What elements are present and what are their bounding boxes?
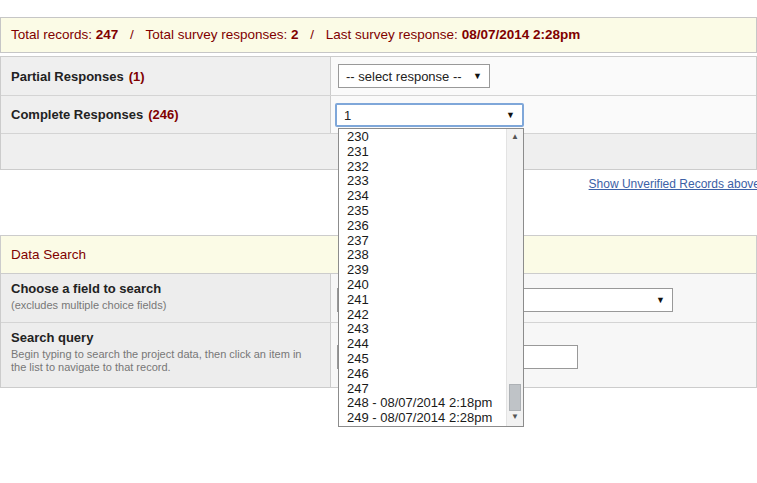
- total-records-value: 247: [96, 27, 119, 42]
- complete-responses-label: Complete Responses: [11, 107, 143, 122]
- dropdown-list-item[interactable]: 249 - 08/07/2014 2:28pm: [339, 411, 506, 426]
- total-records-label: Total records:: [11, 27, 92, 42]
- partial-select-value: -- select response --: [346, 69, 462, 84]
- partial-responses-label-cell: Partial Responses (1): [1, 57, 331, 95]
- partial-responses-label: Partial Responses: [11, 69, 124, 84]
- dropdown-list-item[interactable]: 248 - 08/07/2014 2:18pm: [339, 396, 506, 411]
- dropdown-list-item[interactable]: 233: [339, 174, 506, 189]
- dropdown-list-item[interactable]: 230: [339, 130, 506, 145]
- complete-responses-count: (246): [148, 107, 178, 122]
- complete-select-value: 1: [344, 108, 351, 123]
- dropdown-list-item[interactable]: 235: [339, 204, 506, 219]
- last-response-value: 08/07/2014 2:28pm: [462, 27, 581, 42]
- dropdown-list-item[interactable]: 241: [339, 293, 506, 308]
- separator: /: [130, 27, 134, 42]
- complete-response-dropdown-popup: 2302312322332342352362372382392402412422…: [338, 128, 524, 427]
- search-query-label-cell: Search query Begin typing to search the …: [1, 323, 331, 387]
- scroll-down-icon[interactable]: ▼: [507, 409, 523, 425]
- choose-field-label: Choose a field to search: [11, 281, 318, 296]
- chevron-down-icon: ▼: [506, 110, 515, 120]
- choose-field-label-cell: Choose a field to search (excludes multi…: [1, 274, 331, 322]
- partial-response-select[interactable]: -- select response -- ▼: [338, 64, 490, 88]
- dropdown-list-item[interactable]: 232: [339, 160, 506, 175]
- dropdown-list-item[interactable]: 239: [339, 263, 506, 278]
- search-query-label: Search query: [11, 330, 318, 345]
- total-responses-label: Total survey responses:: [145, 27, 287, 42]
- scrollbar-thumb[interactable]: [509, 384, 521, 411]
- scroll-up-icon[interactable]: ▲: [507, 129, 523, 145]
- total-responses-value: 2: [291, 27, 299, 42]
- dropdown-list-item[interactable]: 242: [339, 308, 506, 323]
- record-status-page: { "colors": { "accent_yellow": "#FBFBE6"…: [0, 0, 757, 483]
- dropdown-list-item[interactable]: 243: [339, 322, 506, 337]
- chevron-down-icon: ▼: [656, 295, 665, 305]
- dropdown-list: 2302312322332342352362372382392402412422…: [339, 130, 506, 426]
- dropdown-list-item[interactable]: 245: [339, 352, 506, 367]
- dropdown-list-item[interactable]: 231: [339, 145, 506, 160]
- dropdown-list-item[interactable]: 240: [339, 278, 506, 293]
- dropdown-list-item[interactable]: 247: [339, 382, 506, 397]
- show-unverified-records-link[interactable]: Show Unverified Records above: [589, 177, 757, 191]
- separator: /: [310, 27, 314, 42]
- dropdown-list-item[interactable]: 244: [339, 337, 506, 352]
- dropdown-list-item[interactable]: 234: [339, 189, 506, 204]
- dropdown-list-item[interactable]: 246: [339, 367, 506, 382]
- chevron-down-icon: ▼: [473, 71, 482, 81]
- dropdown-list-item[interactable]: 238: [339, 248, 506, 263]
- last-response-label: Last survey response:: [326, 27, 458, 42]
- dropdown-list-item[interactable]: 237: [339, 234, 506, 249]
- complete-response-select[interactable]: 1 ▼: [335, 103, 524, 127]
- dropdown-scrollbar[interactable]: ▲ ▼: [506, 129, 523, 426]
- choose-field-note: (excludes multiple choice fields): [11, 299, 318, 312]
- summary-bar: Total records: 247 / Total survey respon…: [0, 17, 757, 53]
- partial-responses-count: (1): [129, 69, 145, 84]
- dropdown-list-item[interactable]: 236: [339, 219, 506, 234]
- complete-responses-label-cell: Complete Responses (246): [1, 96, 331, 133]
- search-query-note: Begin typing to search the project data,…: [11, 348, 318, 374]
